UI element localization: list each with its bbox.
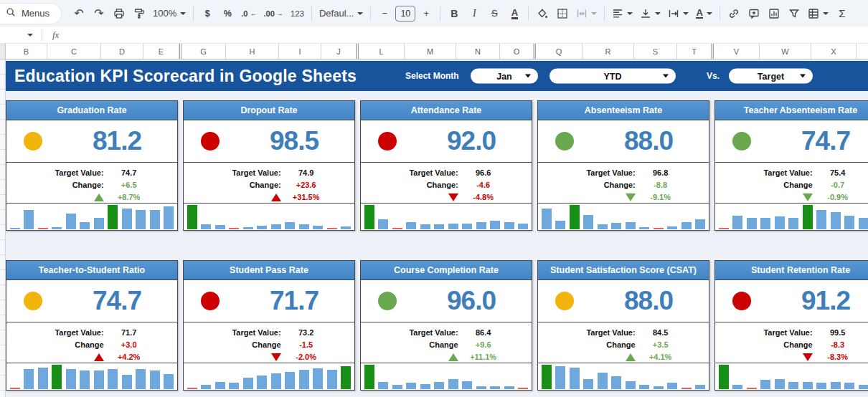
period-dropdown[interactable]: YTD (549, 69, 676, 84)
change-value: +3.0 (107, 340, 151, 349)
column-header-Q[interactable]: Q (536, 44, 582, 59)
column-header-E[interactable]: E (143, 44, 179, 59)
italic-button[interactable]: I (465, 4, 483, 23)
column-header-partial[interactable] (857, 44, 868, 59)
kpi-value-section: 81.2 (6, 120, 177, 162)
format-percent-button[interactable]: % (218, 4, 237, 23)
redo-button[interactable]: ↷ (90, 4, 108, 23)
insert-chart-button[interactable] (765, 4, 783, 23)
column-header-O[interactable]: O (500, 44, 534, 59)
sparkline-bar (299, 224, 309, 229)
column-header-L[interactable]: L (359, 44, 405, 59)
kpi-details-section: Target Value: 96.6 Change: -4.6 -4.8% (361, 162, 532, 204)
sparkline-bar (229, 383, 239, 389)
column-header-J[interactable]: J (321, 44, 357, 59)
column-header-I[interactable]: I (279, 44, 321, 59)
kpi-value: 81.2 (93, 126, 141, 156)
spreadsheet-grid[interactable]: Education KPI Scorecard in Google Sheets… (0, 59, 868, 397)
font-size-input[interactable]: 10 (395, 6, 415, 21)
sparkline-bar (406, 383, 416, 389)
undo-button[interactable]: ↶ (70, 4, 88, 23)
column-header-C[interactable]: C (47, 44, 101, 59)
column-header-G[interactable]: G (181, 44, 226, 59)
column-header-S[interactable]: S (634, 44, 677, 59)
column-header-B[interactable]: B (6, 44, 47, 59)
kpi-value: 74.7 (801, 126, 850, 156)
chevron-down-icon (683, 12, 689, 15)
column-header-H[interactable]: H (226, 44, 279, 59)
column-header-T[interactable]: T (677, 44, 712, 59)
column-header-W[interactable]: W (760, 44, 811, 59)
decrease-decimal-button[interactable]: .0← (238, 4, 259, 23)
vertical-align-button[interactable] (637, 4, 664, 23)
sparkline-bar (420, 384, 430, 389)
text-color-button[interactable]: A (505, 4, 524, 23)
paint-format-button[interactable] (130, 4, 148, 23)
more-formats-button[interactable]: 123 (288, 4, 307, 23)
filter-button[interactable] (785, 4, 803, 23)
sparkline-bar (434, 224, 444, 229)
bold-button[interactable]: B (445, 4, 463, 23)
compare-dropdown[interactable]: Target (729, 69, 813, 84)
sparkline-bar (518, 388, 528, 389)
target-value: 75.4 (816, 168, 860, 177)
column-header-M[interactable]: M (405, 44, 456, 59)
dashboard-banner: Education KPI Scorecard in Google Sheets… (6, 61, 868, 91)
fill-color-button[interactable] (533, 4, 552, 23)
target-value: 86.4 (461, 328, 506, 337)
change-value: -8.3 (816, 340, 860, 349)
kpi-value: 88.0 (624, 126, 673, 156)
increase-font-size-button[interactable]: + (417, 4, 435, 23)
table-views-button[interactable] (805, 4, 831, 23)
name-box-dropdown-icon[interactable] (27, 34, 33, 37)
column-header-D[interactable]: D (101, 44, 143, 59)
increase-decimal-button[interactable]: .00→ (260, 4, 286, 23)
chevron-down-icon (180, 12, 186, 15)
kpi-sparkline-chart (6, 363, 177, 389)
change-label: Change (361, 340, 458, 349)
format-currency-button[interactable]: $ (198, 4, 217, 23)
sparkline-bar (788, 218, 798, 229)
status-indicator-green (378, 292, 397, 310)
month-dropdown[interactable]: Jan (471, 69, 538, 84)
strikethrough-button[interactable]: S (485, 4, 504, 23)
column-header-R[interactable]: R (582, 44, 634, 59)
column-header-N[interactable]: N (456, 44, 500, 59)
sparkline-bar (639, 227, 649, 229)
kpi-value: 91.2 (801, 286, 850, 316)
decrease-font-size-button[interactable]: − (375, 4, 394, 23)
column-header-X[interactable]: X (811, 44, 857, 59)
change-value: +9.6 (461, 340, 506, 349)
horizontal-align-button[interactable] (609, 4, 636, 23)
target-value: 99.5 (816, 328, 860, 337)
target-label: Target Value: (538, 328, 636, 337)
kpi-value-section: 98.5 (184, 120, 354, 162)
text-rotation-button[interactable]: A (693, 4, 714, 23)
fx-icon: fx (52, 29, 59, 41)
print-button[interactable] (110, 4, 128, 23)
target-value: 84.5 (638, 328, 683, 337)
kpi-card: Dropout Rate 98.5 Target Value: 74.9 Cha… (183, 100, 355, 231)
sparkline-bar (760, 218, 770, 229)
kpi-sparkline-chart (184, 204, 354, 229)
corner-cell[interactable] (0, 44, 6, 59)
zoom-select[interactable]: 100% (150, 4, 189, 23)
font-select[interactable]: Defaul... (316, 4, 366, 23)
insert-comment-button[interactable] (745, 4, 763, 23)
menus-button[interactable]: Menus (0, 4, 61, 24)
sparkline-bar (66, 214, 76, 229)
borders-button[interactable] (553, 4, 572, 23)
sparkline-bar (570, 205, 580, 229)
change-value: +6.5 (107, 181, 151, 189)
text-wrap-button[interactable] (665, 4, 692, 23)
insert-link-button[interactable] (725, 4, 743, 23)
status-indicator-yellow (24, 132, 42, 150)
change-value: +3.5 (638, 340, 683, 349)
change-value: -8.8 (638, 181, 683, 189)
merge-cells-button[interactable] (573, 4, 600, 23)
sparkline-bar (639, 385, 649, 389)
sparkline-bar (775, 216, 785, 229)
sparkline-bar (476, 222, 486, 229)
column-header-V[interactable]: V (714, 44, 760, 59)
functions-button[interactable]: Σ (833, 4, 852, 23)
